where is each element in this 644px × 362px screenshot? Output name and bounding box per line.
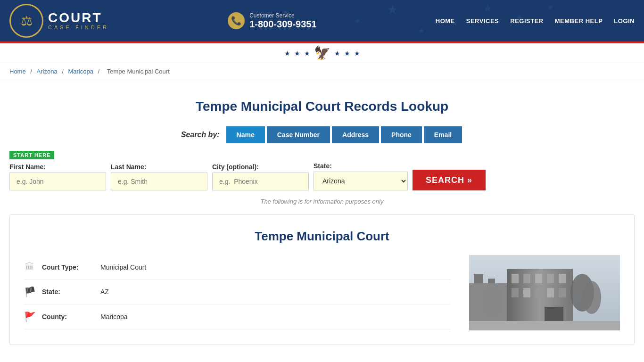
- court-type-label: Court Type:: [42, 263, 94, 271]
- first-name-input[interactable]: [9, 173, 106, 190]
- svg-rect-10: [488, 279, 495, 283]
- star-5: ★: [344, 49, 350, 57]
- svg-rect-9: [474, 274, 483, 283]
- eagle-icon: 🦅: [314, 45, 330, 61]
- phone-number: 1-800-309-9351: [249, 19, 316, 30]
- svg-rect-17: [512, 288, 519, 297]
- search-form-container: START HERE First Name: Last Name: City (…: [9, 151, 635, 190]
- court-type-value: Municipal Court: [100, 263, 146, 271]
- svg-rect-18: [523, 288, 530, 297]
- svg-rect-12: [512, 274, 519, 283]
- breadcrumb: Home / Arizona / Maricopa / Tempe Munici…: [0, 63, 644, 80]
- nav-services[interactable]: SERVICES: [466, 17, 499, 25]
- court-info-table: 🏛 Court Type: Municipal Court 🏴 State: A…: [24, 255, 450, 329]
- county-row: 🚩 County: Maricopa: [24, 304, 450, 329]
- logo-subtitle-label: CASE FINDER: [48, 25, 109, 30]
- state-info-value: AZ: [100, 288, 109, 296]
- breadcrumb-arizona[interactable]: Arizona: [37, 68, 58, 75]
- svg-rect-14: [535, 274, 542, 283]
- eagle-line: ★ ★ ★ 🦅 ★ ★ ★: [284, 45, 360, 61]
- city-group: City (optional):: [212, 163, 309, 190]
- svg-text:★: ★: [354, 17, 361, 25]
- svg-rect-20: [547, 288, 554, 297]
- state-label: State:: [314, 162, 408, 170]
- svg-text:★: ★: [483, 2, 493, 14]
- state-icon: 🏴: [24, 286, 35, 297]
- county-value: Maricopa: [100, 313, 128, 321]
- svg-point-24: [582, 281, 601, 314]
- first-name-label: First Name:: [9, 163, 106, 171]
- tab-address[interactable]: Address: [332, 126, 379, 143]
- eagle-banner: ★ ★ ★ 🦅 ★ ★ ★: [0, 41, 644, 63]
- court-image: [469, 255, 620, 330]
- tab-name[interactable]: Name: [226, 126, 265, 143]
- breadcrumb-sep-3: /: [98, 68, 101, 75]
- svg-point-25: [483, 288, 502, 316]
- breadcrumb-sep-2: /: [62, 68, 65, 75]
- logo-court-label: COURT: [48, 11, 109, 25]
- star-2: ★: [294, 49, 300, 57]
- logo-circle: ⚖: [9, 4, 43, 38]
- state-select[interactable]: AlabamaAlaskaArizona ArkansasCaliforniaC…: [314, 172, 408, 190]
- svg-rect-15: [547, 274, 554, 283]
- breadcrumb-maricopa[interactable]: Maricopa: [68, 68, 93, 75]
- state-info-label: State:: [42, 288, 94, 296]
- svg-rect-21: [559, 288, 566, 297]
- court-type-row: 🏛 Court Type: Municipal Court: [24, 255, 450, 280]
- court-card: Tempe Municipal Court 🏛 Court Type: Muni…: [9, 214, 635, 345]
- last-name-group: Last Name:: [111, 163, 207, 190]
- breadcrumb-home[interactable]: Home: [9, 68, 26, 75]
- county-icon: 🚩: [24, 311, 35, 322]
- svg-rect-16: [559, 274, 566, 283]
- tab-phone[interactable]: Phone: [381, 126, 422, 143]
- nav-home[interactable]: HOME: [436, 17, 455, 25]
- last-name-input[interactable]: [111, 173, 207, 190]
- nav-login[interactable]: LOGIN: [614, 17, 635, 25]
- main-content: Tempe Municipal Court Records Lookup Sea…: [0, 80, 644, 354]
- logo-text: COURT CASE FINDER: [48, 11, 109, 30]
- logo-area[interactable]: ⚖ COURT CASE FINDER: [9, 4, 109, 38]
- search-by-label: Search by:: [181, 131, 220, 139]
- tab-case-number[interactable]: Case Number: [267, 126, 330, 143]
- tab-email[interactable]: Email: [424, 126, 462, 143]
- phone-area: 📞 Customer Service 1-800-309-9351: [228, 12, 316, 30]
- star-3: ★: [304, 49, 310, 57]
- court-type-icon: 🏛: [24, 262, 35, 272]
- state-group: State: AlabamaAlaskaArizona ArkansasCali…: [314, 162, 408, 190]
- nav-register[interactable]: REGISTER: [510, 17, 543, 25]
- svg-text:★: ★: [387, 2, 398, 17]
- site-header: ★ ★ ★ ★ ★ ★ ★ ⚖ COURT CASE FINDER 📞 Cust…: [0, 0, 644, 41]
- breadcrumb-sep-1: /: [30, 68, 33, 75]
- main-nav: HOME SERVICES REGISTER MEMBER HELP LOGIN: [436, 17, 635, 25]
- page-title: Tempe Municipal Court Records Lookup: [9, 99, 635, 114]
- breadcrumb-current: Tempe Municipal Court: [107, 68, 170, 75]
- svg-rect-26: [469, 321, 620, 330]
- last-name-label: Last Name:: [111, 163, 207, 171]
- city-label: City (optional):: [212, 163, 309, 171]
- phone-icon: 📞: [228, 12, 245, 29]
- court-info-row: 🏛 Court Type: Municipal Court 🏴 State: A…: [24, 255, 620, 330]
- disclaimer-text: The following is for information purpose…: [9, 198, 635, 205]
- phone-details: Customer Service 1-800-309-9351: [249, 12, 316, 30]
- search-form: First Name: Last Name: City (optional): …: [9, 162, 635, 190]
- nav-member-help[interactable]: MEMBER HELP: [555, 17, 603, 25]
- svg-text:★: ★: [547, 3, 553, 11]
- state-row: 🏴 State: AZ: [24, 280, 450, 304]
- search-by-row: Search by: Name Case Number Address Phon…: [9, 125, 635, 144]
- search-button[interactable]: SEARCH »: [413, 170, 486, 190]
- star-6: ★: [354, 49, 360, 57]
- logo-emblem: ⚖: [21, 13, 33, 29]
- svg-rect-19: [535, 288, 542, 297]
- court-card-title: Tempe Municipal Court: [24, 229, 620, 244]
- star-4: ★: [334, 49, 340, 57]
- county-label: County:: [42, 313, 94, 321]
- city-input[interactable]: [212, 173, 309, 190]
- star-1: ★: [284, 49, 290, 57]
- customer-service-label: Customer Service: [249, 12, 316, 19]
- first-name-group: First Name:: [9, 163, 106, 190]
- svg-rect-13: [523, 274, 530, 283]
- start-here-badge: START HERE: [9, 151, 54, 159]
- svg-text:★: ★: [419, 27, 425, 34]
